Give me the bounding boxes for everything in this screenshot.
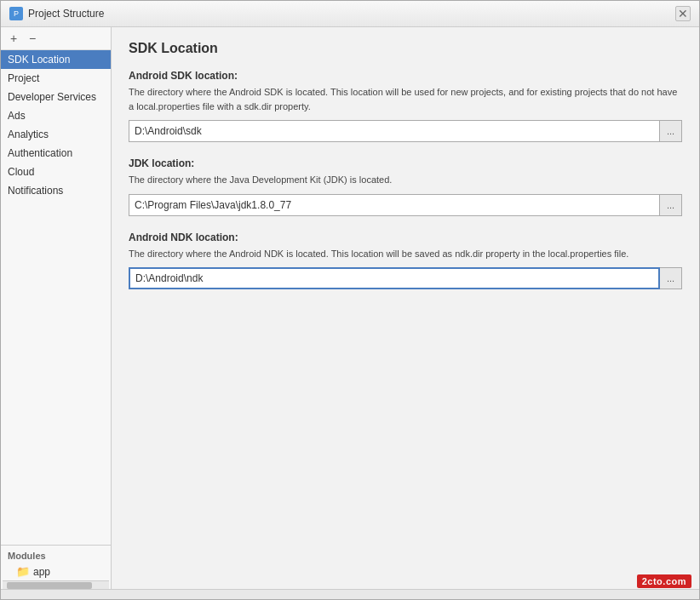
- window-icon: P: [9, 7, 23, 20]
- sidebar-item-ads[interactable]: Ads: [1, 106, 111, 125]
- content-area: SDK Location Android SDK location:The di…: [112, 27, 699, 589]
- section-desc-android-sdk: The directory where the Android SDK is l…: [129, 85, 682, 113]
- sidebar-item-authentication[interactable]: Authentication: [1, 144, 111, 163]
- path-input-android-ndk[interactable]: [129, 267, 660, 289]
- scrollbar-thumb: [7, 582, 92, 589]
- close-button[interactable]: ✕: [675, 6, 691, 21]
- section-title-jdk: JDK location:: [129, 157, 682, 169]
- input-row-jdk: ...: [129, 194, 682, 216]
- sidebar-items-list: SDK LocationProjectDeveloper ServicesAds…: [1, 50, 111, 543]
- section-android-sdk: Android SDK location:The directory where…: [129, 70, 682, 142]
- remove-button[interactable]: −: [25, 31, 40, 46]
- module-label: app: [33, 566, 50, 578]
- sidebar-item-developer-services[interactable]: Developer Services: [1, 88, 111, 106]
- sidebar: + − SDK LocationProjectDeveloper Service…: [1, 27, 112, 589]
- browse-button-android-ndk[interactable]: ...: [660, 267, 682, 289]
- sidebar-item-sdk-location[interactable]: SDK Location: [1, 50, 111, 69]
- input-row-android-sdk: ...: [129, 120, 682, 142]
- add-button[interactable]: +: [6, 31, 21, 46]
- title-bar: P Project Structure ✕: [1, 1, 699, 27]
- section-title-android-sdk: Android SDK location:: [129, 70, 682, 82]
- module-icon: 📁: [16, 565, 30, 578]
- sidebar-item-project[interactable]: Project: [1, 69, 111, 88]
- input-row-android-ndk: ...: [129, 267, 682, 289]
- section-jdk: JDK location:The directory where the Jav…: [129, 157, 682, 216]
- watermark: 2cto.com: [637, 574, 691, 588]
- bottom-bar: [1, 589, 699, 599]
- section-desc-android-ndk: The directory where the Android NDK is l…: [129, 247, 682, 261]
- browse-button-android-sdk[interactable]: ...: [660, 120, 682, 142]
- section-android-ndk: Android NDK location:The directory where…: [129, 231, 682, 290]
- section-desc-jdk: The directory where the Java Development…: [129, 173, 682, 187]
- page-title: SDK Location: [129, 41, 682, 56]
- browse-button-jdk[interactable]: ...: [660, 194, 682, 216]
- section-title-android-ndk: Android NDK location:: [129, 231, 682, 243]
- sidebar-toolbar: + −: [1, 27, 111, 50]
- path-input-jdk[interactable]: [129, 194, 660, 216]
- sidebar-item-notifications[interactable]: Notifications: [1, 181, 111, 200]
- sidebar-module-app[interactable]: 📁app: [1, 563, 111, 580]
- sidebar-scrollbar[interactable]: [3, 580, 109, 589]
- sections-container: Android SDK location:The directory where…: [129, 70, 682, 289]
- project-structure-window: P Project Structure ✕ + − SDK LocationPr…: [0, 0, 700, 600]
- title-bar-left: P Project Structure: [9, 7, 104, 20]
- modules-header: Modules: [1, 545, 111, 563]
- path-input-android-sdk[interactable]: [129, 120, 660, 142]
- main-content: + − SDK LocationProjectDeveloper Service…: [1, 27, 699, 589]
- sidebar-item-analytics[interactable]: Analytics: [1, 125, 111, 144]
- sidebar-item-cloud[interactable]: Cloud: [1, 163, 111, 181]
- window-title: Project Structure: [28, 8, 104, 20]
- sidebar-modules-list: 📁app: [1, 563, 111, 580]
